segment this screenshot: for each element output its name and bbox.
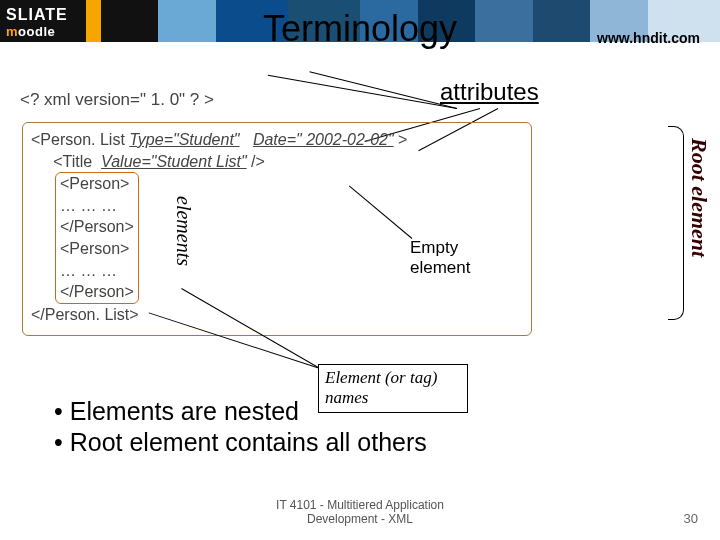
attributes-label: attributes — [440, 78, 539, 106]
text: Empty — [410, 238, 505, 258]
code-line: … … … — [60, 260, 134, 282]
attr-type: Type="Student" — [129, 131, 239, 148]
elements-label: elements — [172, 196, 195, 266]
bullet-item: Elements are nested — [54, 396, 427, 427]
attr-pointer-line — [309, 71, 457, 109]
code-line: <Person. List Type="Student" Date=" 2002… — [31, 129, 523, 151]
code-root-box: <Person. List Type="Student" Date=" 2002… — [22, 122, 532, 336]
attr-date: Date=" 2002-02-02" — [253, 131, 394, 148]
xml-declaration: <? xml version=" 1. 0" ? > — [20, 90, 214, 110]
code-text: /> — [247, 153, 265, 170]
page-number: 30 — [684, 511, 698, 526]
code-line: … … … — [60, 195, 134, 217]
text: element — [410, 258, 505, 278]
root-element-label: Root element — [686, 138, 712, 257]
code-line: </Person> — [60, 281, 134, 303]
code-line: <Person> — [60, 173, 134, 195]
code-text: > — [394, 131, 408, 148]
code-line: <Person> — [60, 238, 134, 260]
bullet-list: Elements are nested Root element contain… — [54, 396, 427, 457]
empty-element-label: Empty element — [410, 238, 505, 277]
attr-value: Value="Student List" — [101, 153, 247, 170]
code-line: </Person> — [60, 216, 134, 238]
attr-pointer-line — [268, 75, 457, 109]
text: IT 4101 - Multitiered Application — [0, 498, 720, 512]
code-text: <Person. List — [31, 131, 129, 148]
site-url: www.hndit.com — [597, 30, 700, 46]
code-line: <Title Value="Student List" /> — [31, 151, 523, 173]
root-brace — [668, 126, 684, 320]
bullet-item: Root element contains all others — [54, 427, 427, 458]
code-elements-box: <Person> … … … </Person> <Person> … … … … — [55, 172, 139, 304]
code-line: </Person. List> — [31, 304, 523, 326]
code-text — [240, 131, 253, 148]
footer-text: IT 4101 - Multitiered Application Develo… — [0, 498, 720, 526]
text: Development - XML — [0, 512, 720, 526]
code-text: <Title — [31, 153, 101, 170]
text: Element (or tag) — [325, 368, 461, 388]
